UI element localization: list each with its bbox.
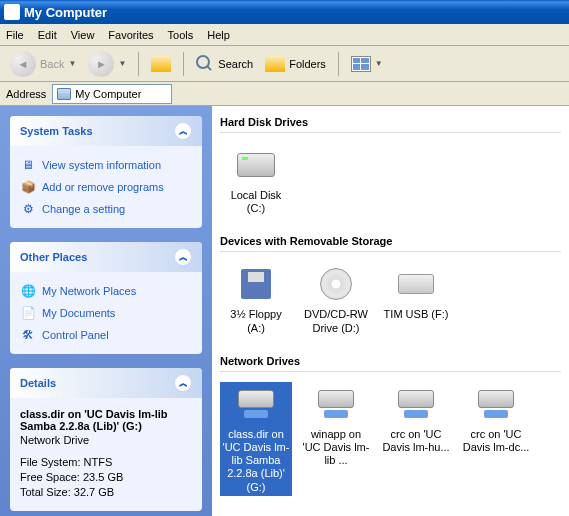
window-title: My Computer bbox=[24, 5, 107, 20]
sidebar-item-my-documents[interactable]: 📄My Documents bbox=[20, 302, 192, 324]
main-pane: Hard Disk Drives Local Disk (C:) Devices… bbox=[212, 106, 569, 516]
network-drive-icon bbox=[236, 384, 276, 424]
panel-header[interactable]: Details ︽ bbox=[10, 368, 202, 398]
item-label: My Network Places bbox=[42, 285, 136, 297]
item-label: winapp on 'UC Davis lm-lib ... bbox=[302, 428, 370, 468]
drive-network-crc2[interactable]: crc on 'UC Davis lm-dc... bbox=[460, 382, 532, 496]
item-label: TIM USB (F:) bbox=[382, 308, 450, 321]
my-computer-icon bbox=[57, 88, 71, 100]
separator bbox=[138, 52, 139, 76]
menu-favorites[interactable]: Favorites bbox=[108, 29, 153, 41]
address-label: Address bbox=[6, 88, 46, 100]
panel-title: System Tasks bbox=[20, 125, 93, 137]
details-free: Free Space: 23.5 GB bbox=[20, 471, 192, 483]
network-drive-icon bbox=[476, 384, 516, 424]
views-icon bbox=[351, 56, 371, 72]
folder-icon bbox=[265, 56, 285, 72]
details-total: Total Size: 32.7 GB bbox=[20, 486, 192, 498]
settings-icon: ⚙ bbox=[20, 201, 36, 217]
search-button[interactable]: Search bbox=[192, 53, 257, 75]
forward-arrow-icon: ► bbox=[88, 51, 114, 77]
forward-button[interactable]: ► ▼ bbox=[84, 49, 130, 79]
item-label: DVD/CD-RW Drive (D:) bbox=[302, 308, 370, 334]
floppy-icon bbox=[236, 264, 276, 304]
item-label: 3½ Floppy (A:) bbox=[222, 308, 290, 334]
chevron-down-icon: ▼ bbox=[375, 59, 383, 68]
separator bbox=[338, 52, 339, 76]
item-label: class.dir on 'UC Davis lm-lib Samba 2.2.… bbox=[222, 428, 290, 494]
drive-floppy-a[interactable]: 3½ Floppy (A:) bbox=[220, 262, 292, 336]
menu-file[interactable]: File bbox=[6, 29, 24, 41]
item-label: My Documents bbox=[42, 307, 115, 319]
hdd-items: Local Disk (C:) bbox=[220, 143, 561, 217]
search-label: Search bbox=[218, 58, 253, 70]
drive-network-winapp[interactable]: winapp on 'UC Davis lm-lib ... bbox=[300, 382, 372, 496]
sidebar-item-system-info[interactable]: 🖥View system information bbox=[20, 154, 192, 176]
menu-help[interactable]: Help bbox=[207, 29, 230, 41]
menu-tools[interactable]: Tools bbox=[168, 29, 194, 41]
separator bbox=[183, 52, 184, 76]
back-label: Back bbox=[40, 58, 64, 70]
addressbar: Address My Computer bbox=[0, 82, 569, 106]
network-drive-icon bbox=[396, 384, 436, 424]
info-icon: 🖥 bbox=[20, 157, 36, 173]
drive-network-g[interactable]: class.dir on 'UC Davis lm-lib Samba 2.2.… bbox=[220, 382, 292, 496]
documents-icon: 📄 bbox=[20, 305, 36, 321]
programs-icon: 📦 bbox=[20, 179, 36, 195]
menu-edit[interactable]: Edit bbox=[38, 29, 57, 41]
chevron-down-icon: ▼ bbox=[68, 59, 76, 68]
panel-title: Other Places bbox=[20, 251, 87, 263]
panel-title: Details bbox=[20, 377, 56, 389]
titlebar: 🖥 My Computer bbox=[0, 0, 569, 24]
my-computer-icon: 🖥 bbox=[4, 4, 20, 20]
panel-header[interactable]: Other Places ︽ bbox=[10, 242, 202, 272]
drive-local-c[interactable]: Local Disk (C:) bbox=[220, 143, 292, 217]
back-arrow-icon: ◄ bbox=[10, 51, 36, 77]
collapse-icon[interactable]: ︽ bbox=[174, 248, 192, 266]
cd-icon bbox=[316, 264, 356, 304]
hdd-icon bbox=[236, 145, 276, 185]
collapse-icon[interactable]: ︽ bbox=[174, 374, 192, 392]
drive-network-crc1[interactable]: crc on 'UC Davis lm-hu... bbox=[380, 382, 452, 496]
other-places-panel: Other Places ︽ 🌐My Network Places 📄My Do… bbox=[10, 242, 202, 354]
panel-body: class.dir on 'UC Davis lm-lib Samba 2.2.… bbox=[10, 398, 202, 511]
item-label: Add or remove programs bbox=[42, 181, 164, 193]
item-label: View system information bbox=[42, 159, 161, 171]
folders-button[interactable]: Folders bbox=[261, 54, 330, 74]
menu-view[interactable]: View bbox=[71, 29, 95, 41]
usb-icon bbox=[396, 264, 436, 304]
back-button[interactable]: ◄ Back ▼ bbox=[6, 49, 80, 79]
sidebar-item-control-panel[interactable]: 🛠Control Panel bbox=[20, 324, 192, 346]
control-panel-icon: 🛠 bbox=[20, 327, 36, 343]
item-label: Control Panel bbox=[42, 329, 109, 341]
removable-items: 3½ Floppy (A:) DVD/CD-RW Drive (D:) TIM … bbox=[220, 262, 561, 336]
drive-dvd-d[interactable]: DVD/CD-RW Drive (D:) bbox=[300, 262, 372, 336]
system-tasks-panel: System Tasks ︽ 🖥View system information … bbox=[10, 116, 202, 228]
details-type: Network Drive bbox=[20, 434, 192, 446]
content: System Tasks ︽ 🖥View system information … bbox=[0, 106, 569, 516]
folders-label: Folders bbox=[289, 58, 326, 70]
address-value: My Computer bbox=[75, 88, 141, 100]
sidebar-item-add-remove[interactable]: 📦Add or remove programs bbox=[20, 176, 192, 198]
section-hdd: Hard Disk Drives bbox=[220, 112, 561, 133]
item-label: crc on 'UC Davis lm-hu... bbox=[382, 428, 450, 454]
drive-usb-f[interactable]: TIM USB (F:) bbox=[380, 262, 452, 336]
network-icon: 🌐 bbox=[20, 283, 36, 299]
panel-header[interactable]: System Tasks ︽ bbox=[10, 116, 202, 146]
sidebar-item-network-places[interactable]: 🌐My Network Places bbox=[20, 280, 192, 302]
search-icon bbox=[196, 55, 214, 73]
up-button[interactable] bbox=[147, 54, 175, 74]
views-button[interactable]: ▼ bbox=[347, 54, 387, 74]
sidebar-item-change-setting[interactable]: ⚙Change a setting bbox=[20, 198, 192, 220]
panel-body: 🌐My Network Places 📄My Documents 🛠Contro… bbox=[10, 272, 202, 354]
sidebar: System Tasks ︽ 🖥View system information … bbox=[0, 106, 212, 516]
menubar: File Edit View Favorites Tools Help bbox=[0, 24, 569, 46]
folder-up-icon bbox=[151, 56, 171, 72]
item-label: Local Disk (C:) bbox=[222, 189, 290, 215]
item-label: Change a setting bbox=[42, 203, 125, 215]
collapse-icon[interactable]: ︽ bbox=[174, 122, 192, 140]
details-panel: Details ︽ class.dir on 'UC Davis lm-lib … bbox=[10, 368, 202, 511]
network-drive-icon bbox=[316, 384, 356, 424]
address-field[interactable]: My Computer bbox=[52, 84, 172, 104]
item-label: crc on 'UC Davis lm-dc... bbox=[462, 428, 530, 454]
